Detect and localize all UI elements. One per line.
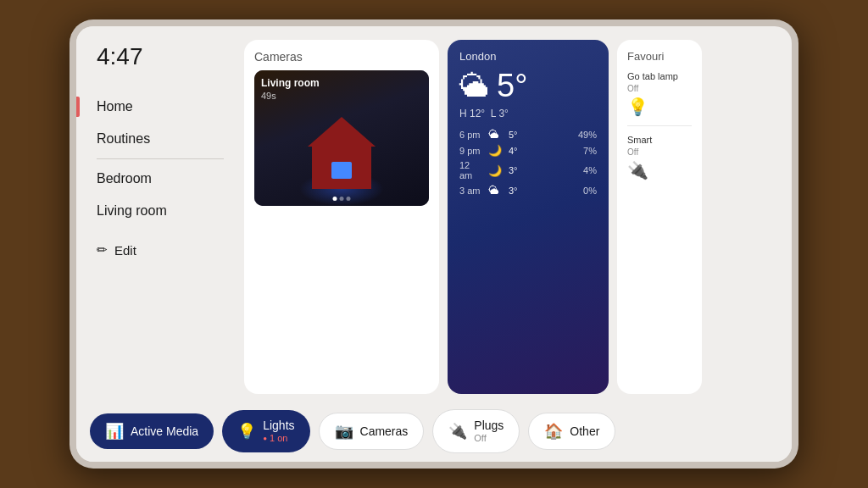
content-area: Cameras Living room	[237, 26, 792, 401]
sidebar-item-home[interactable]: Home	[97, 91, 237, 123]
weather-row-0: 6 pm 🌥 5° 49%	[459, 126, 597, 142]
camera-dots	[333, 197, 351, 201]
dot-1	[333, 197, 337, 201]
bottom-bar: 📊 Active Media 💡 Lights 1 on 📷 Cameras 🔌…	[76, 401, 792, 462]
edit-button[interactable]: ✏ Edit	[97, 234, 237, 266]
house-roof	[308, 117, 376, 147]
weather-row-2: 12 am 🌙 3° 4%	[459, 158, 597, 182]
fav-item-lamp[interactable]: Go tab lamp Off 💡	[627, 71, 692, 117]
plugs-icon: 🔌	[448, 422, 467, 441]
device-frame: 4:47 Home Routines Bedroom Living room ✏…	[70, 19, 798, 469]
camera-timestamp: 49s	[261, 91, 320, 101]
camera-overlay: Living room 49s	[261, 77, 320, 101]
edit-icon: ✏	[97, 242, 108, 258]
sidebar-item-routines[interactable]: Routines	[97, 123, 237, 155]
main-content: 4:47 Home Routines Bedroom Living room ✏…	[76, 26, 792, 401]
screen: 4:47 Home Routines Bedroom Living room ✏…	[76, 26, 792, 462]
house-body	[312, 147, 371, 189]
active-media-button[interactable]: 📊 Active Media	[90, 413, 214, 449]
cameras-card: Cameras Living room	[244, 40, 439, 394]
weather-icon-12am: 🌙	[488, 164, 504, 177]
cameras-button[interactable]: 📷 Cameras	[319, 413, 425, 450]
other-button[interactable]: 🏠 Other	[528, 413, 615, 450]
weather-icon-3am: 🌥	[488, 184, 504, 197]
favourites-card: Favouri Go tab lamp Off 💡 Smart Off 🔌	[617, 40, 702, 394]
active-media-icon: 📊	[105, 422, 124, 441]
sidebar: 4:47 Home Routines Bedroom Living room ✏…	[76, 26, 237, 401]
lights-icon: 💡	[237, 422, 256, 441]
weather-city: London	[459, 50, 597, 63]
favourites-title: Favouri	[627, 50, 692, 63]
clock: 4:47	[97, 43, 237, 70]
house-shape	[312, 147, 371, 189]
house-window	[331, 162, 352, 179]
dot-3	[347, 197, 351, 201]
cameras-title: Cameras	[254, 50, 429, 64]
lamp-icon: 💡	[627, 97, 692, 117]
plug-icon: 🔌	[627, 160, 692, 180]
camera-thumbnail[interactable]: Living room 49s	[254, 70, 429, 206]
fav-item-smart[interactable]: Smart Off 🔌	[627, 135, 692, 180]
weather-cloud-icon: 🌥	[459, 69, 490, 104]
dot-2	[340, 197, 344, 201]
lights-button[interactable]: 💡 Lights 1 on	[222, 410, 309, 452]
weather-main: 🌥 5°	[459, 68, 597, 104]
weather-row-3: 3 am 🌥 3° 0%	[459, 182, 597, 198]
other-icon: 🏠	[544, 422, 563, 441]
sidebar-divider	[97, 158, 224, 159]
weather-row-1: 9 pm 🌙 4° 7%	[459, 142, 597, 158]
camera-room-label: Living room	[261, 77, 320, 91]
sidebar-item-living-room[interactable]: Living room	[97, 195, 237, 227]
weather-temperature: 5°	[497, 68, 527, 104]
weather-hi-lo: H 12° L 3°	[459, 108, 597, 119]
plugs-button[interactable]: 🔌 Plugs Off	[432, 409, 520, 453]
sidebar-item-bedroom[interactable]: Bedroom	[97, 163, 237, 195]
weather-icon-9pm: 🌙	[488, 144, 504, 157]
cameras-btn-icon: 📷	[335, 422, 353, 441]
fav-divider	[627, 125, 692, 126]
weather-card: London 🌥 5° H 12° L 3° 6 pm 🌥 5° 49%	[448, 40, 609, 394]
weather-icon-6pm: 🌥	[488, 128, 504, 141]
